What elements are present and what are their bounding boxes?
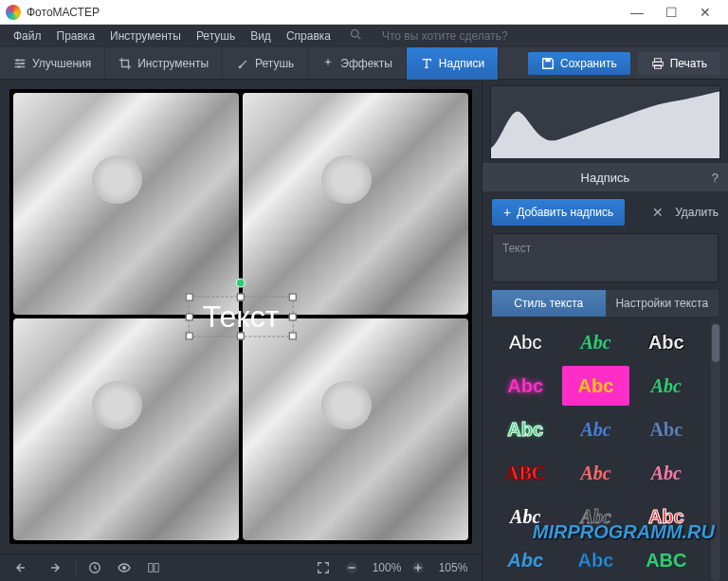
history-button[interactable] <box>82 557 107 578</box>
resize-handle[interactable] <box>186 294 193 301</box>
svg-line-1 <box>357 36 360 39</box>
text-style-option[interactable]: Abc <box>562 409 628 449</box>
menubar: Файл Правка Инструменты Ретушь Вид Справ… <box>0 25 728 47</box>
text-style-option[interactable]: Abc <box>492 366 558 406</box>
text-style-option[interactable]: Abc <box>633 322 700 362</box>
tab-enhance-label: Улучшения <box>32 57 91 70</box>
maximize-button[interactable]: ☐ <box>654 0 688 25</box>
undo-button[interactable] <box>9 557 36 578</box>
tab-tools[interactable]: Инструменты <box>105 47 223 80</box>
styles-scrollbar[interactable] <box>711 322 720 581</box>
photo-tile <box>13 93 239 315</box>
save-icon <box>541 57 555 70</box>
text-style-option[interactable]: Abc <box>633 453 700 493</box>
menu-retouch[interactable]: Ретушь <box>189 25 243 47</box>
tab-captions[interactable]: Надписи <box>407 47 499 80</box>
text-style-option[interactable]: Abc <box>562 541 628 581</box>
text-style-option[interactable]: Abc <box>492 498 558 537</box>
sparkle-icon <box>321 57 335 70</box>
text-style-option[interactable]: Abc <box>562 366 628 406</box>
menu-edit[interactable]: Правка <box>49 25 103 47</box>
resize-handle[interactable] <box>186 333 193 340</box>
text-style-option[interactable]: Abc <box>633 409 700 449</box>
menu-file[interactable]: Файл <box>6 25 49 47</box>
toolbar: Улучшения Инструменты Ретушь Эффекты Над… <box>0 47 728 80</box>
menu-help[interactable]: Справка <box>279 25 338 47</box>
photo-tile <box>243 318 468 540</box>
tab-retouch[interactable]: Ретушь <box>223 47 308 80</box>
titlebar: ФотоМАСТЕР — ☐ ✕ <box>0 0 728 25</box>
resize-handle[interactable] <box>186 313 193 320</box>
text-style-option[interactable]: Abc <box>492 541 558 581</box>
histogram <box>490 85 720 159</box>
search-placeholder[interactable]: Что вы хотите сделать? <box>374 25 516 47</box>
search-icon <box>342 25 369 47</box>
brush-icon <box>236 57 249 70</box>
print-button[interactable]: Печать <box>638 52 720 75</box>
caption-text-input[interactable]: Текст <box>492 233 719 282</box>
scroll-thumb[interactable] <box>712 324 719 362</box>
text-style-option[interactable]: Abc <box>562 453 628 493</box>
menu-tools[interactable]: Инструменты <box>102 25 189 47</box>
window-title: ФотоМАСТЕР <box>27 6 620 19</box>
minimize-button[interactable]: — <box>620 0 654 25</box>
overlay-text: Текст <box>203 300 280 334</box>
tab-effects[interactable]: Эффекты <box>308 47 407 80</box>
plus-icon: + <box>503 205 511 220</box>
svg-rect-12 <box>155 564 158 572</box>
text-styles-grid: Abc Abc Abc Abc Abc Abc Abc Abc Abc ABC … <box>492 322 707 581</box>
tab-text-style[interactable]: Стиль текста <box>492 290 606 317</box>
text-style-option[interactable]: Abc <box>633 366 700 406</box>
panel-actions: + Добавить надпись ✕ Удалить <box>482 191 728 233</box>
redo-button[interactable] <box>40 557 66 578</box>
resize-handle[interactable] <box>237 294 245 301</box>
svg-rect-6 <box>654 58 661 62</box>
delete-caption-button[interactable]: ✕ Удалить <box>652 205 719 220</box>
text-style-option[interactable]: Abc <box>562 498 628 537</box>
menu-view[interactable]: Вид <box>243 25 279 47</box>
text-style-option[interactable]: ABC <box>492 453 558 493</box>
side-panel: Надпись ? + Добавить надпись ✕ Удалить Т… <box>482 80 728 581</box>
resize-handle[interactable] <box>288 313 296 320</box>
svg-point-3 <box>21 62 24 64</box>
close-button[interactable]: ✕ <box>688 0 722 25</box>
text-style-option[interactable]: ABC <box>633 541 700 581</box>
app-logo-icon <box>6 5 21 20</box>
compare-button[interactable] <box>141 557 166 578</box>
zoom-in-button[interactable] <box>406 557 430 578</box>
crop-icon <box>118 57 132 70</box>
tab-text-settings[interactable]: Настройки текста <box>606 290 719 317</box>
tab-effects-label: Эффекты <box>340 57 392 70</box>
resize-handle[interactable] <box>288 333 296 340</box>
canvas-area: Текст <box>0 80 482 581</box>
text-icon <box>420 57 433 70</box>
panel-title: Надпись <box>581 171 630 185</box>
text-style-option[interactable]: Abc <box>562 322 628 362</box>
canvas[interactable]: Текст <box>9 89 472 544</box>
save-button[interactable]: Сохранить <box>528 52 630 75</box>
svg-point-10 <box>122 566 126 570</box>
text-style-option[interactable]: Abc <box>492 409 558 449</box>
print-label: Печать <box>670 57 707 70</box>
x-icon: ✕ <box>652 205 664 220</box>
add-caption-label: Добавить надпись <box>517 206 613 219</box>
panel-header: Надпись ? <box>482 163 728 191</box>
tab-tools-label: Инструменты <box>137 57 209 70</box>
zoom-value-1: 100% <box>368 561 406 574</box>
add-caption-button[interactable]: + Добавить надпись <box>492 199 625 226</box>
preview-button[interactable] <box>111 557 137 578</box>
text-overlay[interactable]: Текст <box>189 297 294 337</box>
zoom-out-button[interactable] <box>339 557 364 578</box>
text-style-option[interactable]: Abc <box>633 498 700 537</box>
zoom-value-2: 105% <box>434 561 472 574</box>
fit-screen-button[interactable] <box>311 557 336 578</box>
svg-point-0 <box>351 30 358 38</box>
sliders-icon <box>13 57 27 70</box>
help-icon[interactable]: ? <box>712 171 719 185</box>
caption-text-placeholder: Текст <box>502 242 531 255</box>
text-style-option[interactable]: Abc <box>492 322 558 362</box>
tab-enhance[interactable]: Улучшения <box>0 47 105 80</box>
print-icon <box>651 57 664 70</box>
resize-handle[interactable] <box>288 294 296 301</box>
resize-handle[interactable] <box>237 333 245 340</box>
